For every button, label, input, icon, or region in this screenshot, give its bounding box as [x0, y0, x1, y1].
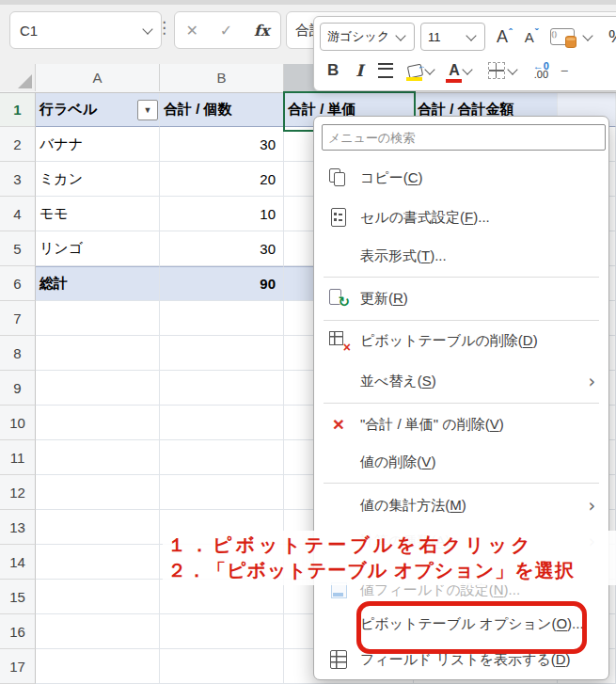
cell[interactable] [36, 545, 160, 580]
menu-separator [324, 320, 599, 321]
pivot-row-label[interactable]: バナナ [36, 127, 160, 162]
cell[interactable] [160, 614, 284, 649]
chevron-down-icon[interactable] [462, 64, 472, 74]
cell[interactable] [160, 336, 284, 371]
chevron-down-icon[interactable] [507, 64, 517, 74]
row-header-11[interactable]: 11 [0, 440, 36, 475]
menu-item-v[interactable]: × "合計 / 単価" の削除(V) [314, 406, 608, 442]
percent-style-button[interactable]: % [608, 26, 616, 47]
cell[interactable] [36, 510, 160, 545]
menu-item-v[interactable]: 値の削除(V) [314, 444, 608, 480]
row-header-15[interactable]: 15 [0, 580, 36, 614]
column-header-b[interactable]: B [160, 64, 284, 91]
cell[interactable] [36, 580, 160, 614]
delete-x-icon: × [333, 416, 344, 433]
annotation-line-1: １．ピボットテーブルを右クリック [167, 533, 534, 558]
row-header-16[interactable]: 16 [0, 614, 36, 649]
fill-color-button[interactable] [408, 65, 422, 77]
menu-item-s[interactable]: 並べ替え(S) › [314, 363, 608, 399]
cell[interactable] [36, 649, 160, 684]
row-header-7[interactable]: 7 [0, 301, 36, 336]
submenu-chevron-icon: › [588, 371, 595, 391]
borders-button[interactable] [488, 62, 505, 79]
chevron-down-icon[interactable] [583, 30, 593, 40]
pivot-value-cell[interactable]: 20 [160, 162, 284, 197]
pivot-header-cell[interactable]: 合計 / 個数 [160, 92, 284, 127]
row-header-8[interactable]: 8 [0, 336, 36, 371]
row-header-14[interactable]: 14 [0, 545, 36, 580]
row-header-17[interactable]: 17 [0, 649, 36, 684]
select-all-corner[interactable] [0, 64, 36, 91]
field-list-icon [330, 650, 347, 669]
chevron-down-icon[interactable] [142, 24, 152, 34]
menu-search-input[interactable] [322, 124, 606, 151]
menu-item-m[interactable]: 値の集計方法(M) › [314, 487, 608, 523]
menu-item-r[interactable]: ↻ 更新(R) [314, 280, 608, 316]
row-header-6[interactable]: 6 [0, 266, 36, 301]
cancel-icon[interactable]: ✕ [185, 22, 197, 40]
highlight-red-box [356, 601, 587, 654]
font-color-button[interactable]: A [449, 62, 460, 79]
italic-button[interactable]: I [355, 61, 363, 80]
cell[interactable] [36, 614, 160, 649]
pivot-row-label[interactable]: モモ [36, 197, 160, 231]
cell[interactable] [36, 440, 160, 475]
cell[interactable] [160, 301, 284, 336]
cell-format-icon [331, 208, 346, 227]
chevron-down-icon[interactable] [425, 64, 435, 74]
context-menu: コピー(C) セルの書式設定(F)... 表示形式(T)... ↻ 更新(R) … [313, 116, 609, 680]
cell[interactable] [160, 371, 284, 406]
row-header-12[interactable]: 12 [0, 475, 36, 510]
menu-separator [324, 403, 599, 404]
grow-font-button[interactable]: Aˆ [497, 27, 512, 47]
row-header-5[interactable]: 5 [0, 231, 36, 266]
row-header-2[interactable]: 2 [0, 127, 36, 162]
copy-icon [329, 168, 348, 187]
menu-item-d[interactable]: × ピボットテーブルの削除(D) [314, 323, 608, 358]
pivot-value-cell[interactable]: 30 [160, 231, 284, 266]
pivot-value-cell[interactable]: 30 [160, 127, 284, 162]
name-box[interactable]: C1 [9, 11, 162, 49]
dash-icon: － [557, 61, 572, 81]
mini-toolbar: 游ゴシック 11 Aˆ Aˇ ⦅⦆ % B I A ←0.00 － [313, 16, 616, 91]
font-name-value: 游ゴシック [327, 28, 389, 45]
enter-icon[interactable]: ✓ [220, 22, 232, 40]
separator-dots-icon: ⋮ [156, 18, 172, 38]
shrink-font-button[interactable]: Aˇ [525, 29, 538, 45]
increase-decimal-button[interactable]: ←0.00 [533, 62, 549, 79]
column-header-a[interactable]: A [36, 64, 160, 91]
menu-item-t[interactable]: 表示形式(T)... [314, 238, 608, 274]
font-size-select[interactable]: 11 [420, 23, 485, 51]
bold-button[interactable]: B [327, 61, 339, 80]
cell[interactable] [160, 406, 284, 440]
cell[interactable] [36, 475, 160, 510]
formula-buttons: ✕ ✓ fx [174, 11, 281, 49]
chevron-down-icon [395, 30, 405, 40]
menu-item-f[interactable]: セルの書式設定(F)... [314, 199, 608, 235]
cell[interactable] [160, 475, 284, 510]
cell[interactable] [36, 371, 160, 406]
pivot-total-value[interactable]: 90 [160, 266, 284, 301]
insert-function-icon[interactable]: fx [254, 22, 269, 40]
align-center-icon[interactable] [378, 63, 393, 78]
cell[interactable] [160, 649, 284, 684]
row-header-1[interactable]: 1 [0, 92, 36, 127]
cell[interactable] [36, 336, 160, 371]
pivot-total-label[interactable]: 総計 [36, 266, 160, 301]
pivot-row-label[interactable]: ミカン [36, 162, 160, 197]
row-header-3[interactable]: 3 [0, 162, 36, 197]
pivot-row-label[interactable]: リンゴ [36, 231, 160, 266]
filter-dropdown-button[interactable]: ▼ [137, 100, 158, 120]
pivot-value-cell[interactable]: 10 [160, 197, 284, 231]
menu-item-c[interactable]: コピー(C) [314, 160, 608, 196]
paste-options-icon[interactable]: ⦅⦆ [550, 28, 575, 45]
row-header-10[interactable]: 10 [0, 406, 36, 440]
font-name-select[interactable]: 游ゴシック [320, 23, 415, 51]
row-header-9[interactable]: 9 [0, 371, 36, 406]
row-header-13[interactable]: 13 [0, 510, 36, 545]
cell[interactable] [160, 440, 284, 475]
name-box-value: C1 [20, 23, 38, 39]
cell[interactable] [36, 301, 160, 336]
cell[interactable] [36, 406, 160, 440]
row-header-4[interactable]: 4 [0, 197, 36, 231]
